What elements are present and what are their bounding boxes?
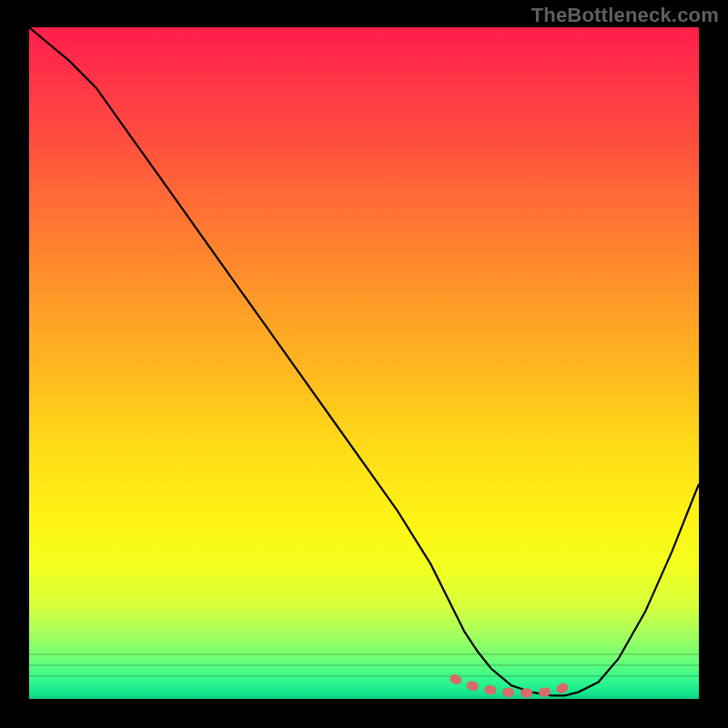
chart-svg — [29, 27, 699, 699]
plot-area — [29, 27, 699, 699]
chart-frame: TheBottleneck.com — [0, 0, 728, 728]
watermark-text: TheBottleneck.com — [531, 4, 719, 27]
main-curve — [29, 27, 699, 695]
